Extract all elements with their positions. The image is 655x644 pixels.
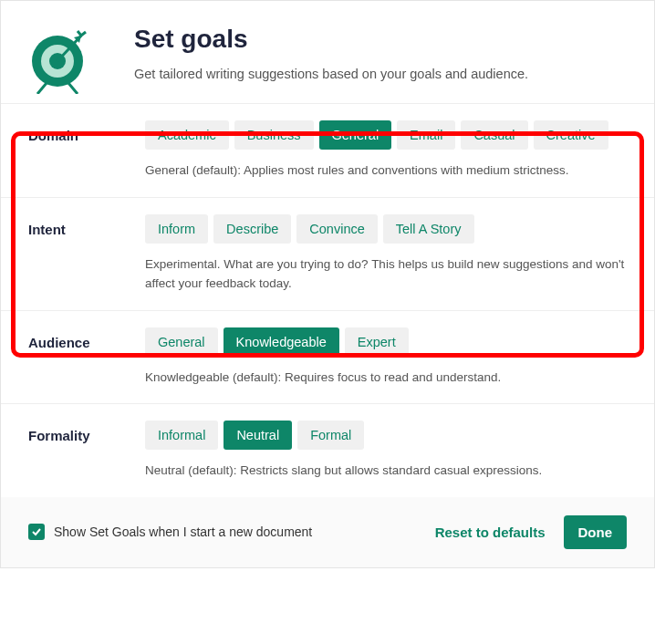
intent-option-inform[interactable]: Inform xyxy=(145,214,208,244)
set-goals-modal: Set goals Get tailored writing suggestio… xyxy=(0,0,655,568)
section-intent: Intent InformDescribeConvinceTell A Stor… xyxy=(1,197,654,310)
domain-option-casual[interactable]: Casual xyxy=(461,120,527,150)
domain-option-creative[interactable]: Creative xyxy=(534,120,608,150)
target-icon xyxy=(28,28,87,87)
audience-option-general[interactable]: General xyxy=(145,327,218,357)
intent-option-convince[interactable]: Convince xyxy=(296,214,377,244)
audience-option-knowledgeable[interactable]: Knowledgeable xyxy=(224,327,339,357)
audience-chips: GeneralKnowledgeableExpert xyxy=(145,327,627,357)
show-goals-label: Show Set Goals when I start a new docume… xyxy=(54,525,312,539)
formality-description: Neutral (default): Restricts slang but a… xyxy=(145,461,627,481)
domain-option-academic[interactable]: Academic xyxy=(145,120,229,150)
footer-right: Reset to defaults Done xyxy=(435,515,627,549)
section-formality-label: Formality xyxy=(28,421,127,443)
section-domain: Domain AcademicBusinessGeneralEmailCasua… xyxy=(1,103,654,197)
reset-defaults-link[interactable]: Reset to defaults xyxy=(435,525,546,540)
domain-description: General (default): Applies most rules an… xyxy=(145,161,627,181)
section-audience-label: Audience xyxy=(28,327,127,350)
intent-chips: InformDescribeConvinceTell A Story xyxy=(145,214,627,244)
domain-option-email[interactable]: Email xyxy=(397,120,455,150)
domain-chips: AcademicBusinessGeneralEmailCasualCreati… xyxy=(145,120,627,150)
intent-option-describe[interactable]: Describe xyxy=(213,214,291,244)
modal-subtitle: Get tailored writing suggestions based o… xyxy=(134,67,627,81)
intent-option-tell-a-story[interactable]: Tell A Story xyxy=(383,214,474,244)
section-domain-body: AcademicBusinessGeneralEmailCasualCreati… xyxy=(145,120,627,181)
modal-header: Set goals Get tailored writing suggestio… xyxy=(1,1,654,103)
formality-option-informal[interactable]: Informal xyxy=(145,421,218,450)
section-intent-label: Intent xyxy=(28,214,127,237)
audience-description: Knowledgeable (default): Requires focus … xyxy=(145,368,627,388)
section-formality: Formality InformalNeutralFormal Neutral … xyxy=(1,403,654,497)
header-text: Set goals Get tailored writing suggestio… xyxy=(134,25,627,81)
domain-option-general[interactable]: General xyxy=(319,120,392,150)
section-domain-label: Domain xyxy=(28,120,127,143)
intent-description: Experimental. What are you trying to do?… xyxy=(145,254,627,294)
footer-left: Show Set Goals when I start a new docume… xyxy=(28,524,312,540)
section-audience: Audience GeneralKnowledgeableExpert Know… xyxy=(1,310,654,404)
domain-option-business[interactable]: Business xyxy=(234,120,314,150)
show-goals-checkbox[interactable] xyxy=(28,524,45,540)
formality-option-formal[interactable]: Formal xyxy=(297,421,364,450)
formality-option-neutral[interactable]: Neutral xyxy=(224,421,292,450)
svg-line-0 xyxy=(37,83,47,94)
modal-title: Set goals xyxy=(134,25,627,54)
section-formality-body: InformalNeutralFormal Neutral (default):… xyxy=(145,421,627,481)
done-button[interactable]: Done xyxy=(564,515,628,549)
modal-footer: Show Set Goals when I start a new docume… xyxy=(1,497,654,567)
section-audience-body: GeneralKnowledgeableExpert Knowledgeable… xyxy=(145,327,627,388)
audience-option-expert[interactable]: Expert xyxy=(345,327,409,357)
section-intent-body: InformDescribeConvinceTell A Story Exper… xyxy=(145,214,627,294)
svg-line-1 xyxy=(68,83,78,94)
check-icon xyxy=(31,526,42,537)
formality-chips: InformalNeutralFormal xyxy=(145,421,627,450)
